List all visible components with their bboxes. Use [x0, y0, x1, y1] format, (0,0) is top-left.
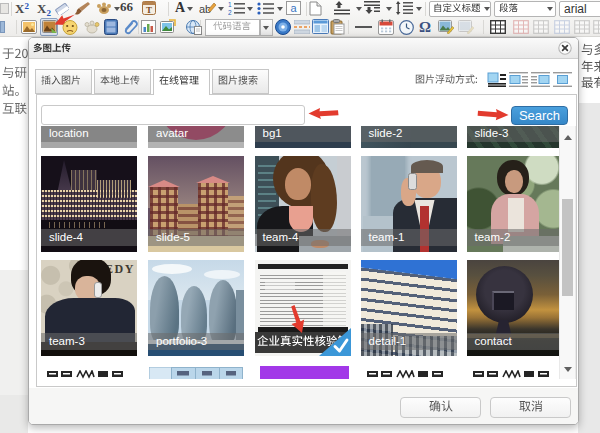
svg-text:1: 1	[228, 1, 232, 8]
svg-text:a: a	[290, 2, 297, 14]
svg-text:T: T	[146, 5, 152, 15]
svg-text:2: 2	[228, 9, 232, 16]
